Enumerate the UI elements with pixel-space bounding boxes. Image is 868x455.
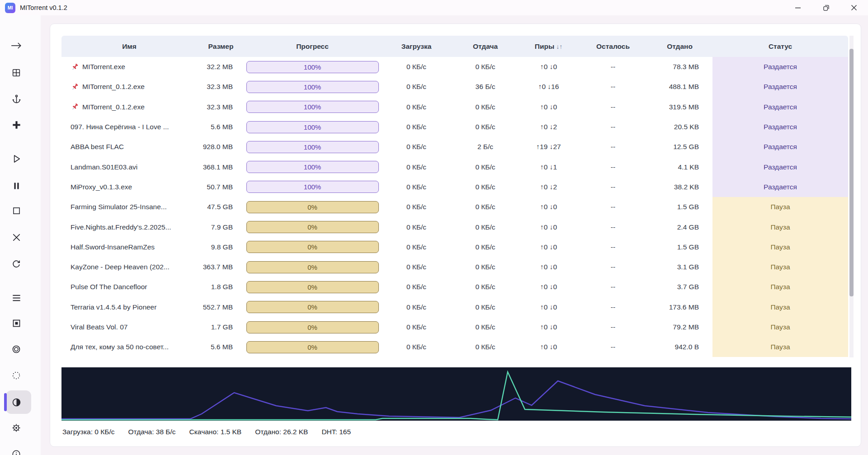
sort-arrows-icon: ↓↑ [556, 43, 562, 50]
table-row[interactable]: 097. Нина Серёгина - I Love ... 5.6 MB 1… [61, 117, 848, 137]
remaining-cell: -- [579, 83, 647, 91]
grid-icon[interactable] [7, 64, 25, 82]
scrollbar-thumb[interactable] [849, 49, 854, 296]
peers-cell: ↑0 ↓0 [518, 243, 579, 251]
column-header-remaining[interactable]: Осталось [579, 42, 647, 51]
torrent-name-cell: Terraria v1.4.5.4 by Pioneer [61, 303, 197, 311]
upload-speed-cell: 0 КБ/с [453, 223, 518, 231]
table-header: Имя Размер Прогресс Загрузка Отдача Пиры… [61, 36, 848, 57]
table-row[interactable]: Terraria v1.4.5.4 by Pioneer 552.7 MB 0%… [61, 297, 848, 317]
restore-button[interactable] [812, 0, 840, 15]
table-row[interactable]: Landman.S01E03.avi 368.1 MB 100% 0 КБ/с … [61, 157, 848, 177]
status-cell: Пауза [712, 197, 848, 217]
column-header-uploaded[interactable]: Отдано [647, 42, 712, 51]
table-row[interactable]: MiProxy_v0.1.3.exe 50.7 MB 100% 0 КБ/с 0… [61, 177, 848, 197]
download-speed-cell: 0 КБ/с [380, 343, 453, 351]
app-title: MITorrent v0.1.2 [20, 4, 67, 11]
remove-icon[interactable] [7, 228, 25, 246]
add-icon[interactable] [7, 116, 25, 134]
upload-speed-cell: 0 КБ/с [453, 183, 518, 191]
progress-label: 0% [307, 324, 317, 331]
uploaded-cell: 12.5 GB [647, 143, 712, 151]
progress-bar: 0% [246, 321, 379, 333]
upload-speed-cell: 0 КБ/с [453, 263, 518, 271]
uploaded-cell: 78.3 MB [647, 63, 712, 71]
stop-icon[interactable] [7, 202, 25, 220]
torrent-name-cell: Half.Sword-InsaneRamZes [61, 243, 197, 251]
status-cell: Пауза [712, 337, 848, 357]
remaining-cell: -- [579, 323, 647, 331]
uploaded-cell: 4.1 KB [647, 163, 712, 171]
table-row[interactable]: Pulse Of The Dancefloor 1.8 GB 0% 0 КБ/с… [61, 277, 848, 297]
refresh-icon[interactable] [7, 255, 25, 273]
status-cell: Пауза [712, 237, 848, 257]
pause-icon[interactable] [7, 177, 25, 195]
table-row[interactable]: MITorrent_0.1.2.exe 32.3 MB 100% 0 КБ/с … [61, 77, 848, 97]
progress-label: 0% [307, 343, 317, 351]
frame-icon[interactable] [7, 314, 25, 332]
column-header-size[interactable]: Размер [197, 42, 245, 51]
torrent-name-cell: ABBA best FLAC [61, 143, 197, 151]
anchor-icon[interactable] [7, 90, 25, 108]
column-header-name[interactable]: Имя [61, 42, 197, 51]
size-cell: 32.2 MB [197, 63, 245, 71]
uploaded-cell: 1.5 GB [647, 203, 712, 211]
active-item-accent-bar [4, 393, 7, 411]
statusbar-upload: Отдача: 38 Б/с [128, 428, 175, 436]
table-row[interactable]: KayZone - Deep Heaven (202... 363.7 MB 0… [61, 257, 848, 277]
torrent-name: Viral Beats Vol. 07 [71, 323, 127, 331]
menu-icon[interactable] [7, 289, 25, 307]
arrow-right-icon[interactable] [7, 37, 25, 55]
table-row[interactable]: Для тех, кому за 50 по-совет... 5.6 MB 0… [61, 337, 848, 357]
download-speed-cell: 0 КБ/с [380, 303, 453, 311]
uploaded-cell: 488.1 MB [647, 83, 712, 91]
remaining-cell: -- [579, 263, 647, 271]
torrent-name-cell: Five.Nights.at.Freddy's.2.2025... [61, 223, 197, 231]
torrent-name: MITorrent_0.1.2.exe [82, 83, 145, 91]
table-row[interactable]: Half.Sword-InsaneRamZes 9.8 GB 0% 0 КБ/с… [61, 237, 848, 257]
remaining-cell: -- [579, 223, 647, 231]
download-speed-cell: 0 КБ/с [380, 103, 453, 111]
table-row[interactable]: ABBA best FLAC 928.0 MB 100% 0 КБ/с 2 Б/… [61, 137, 848, 157]
status-badge: Пауза [770, 343, 790, 351]
status-badge: Раздается [764, 143, 797, 151]
size-cell: 50.7 MB [197, 183, 245, 191]
status-badge: Пауза [770, 263, 790, 271]
table-row[interactable]: Viral Beats Vol. 07 1.7 GB 0% 0 КБ/с 0 К… [61, 317, 848, 337]
table-row[interactable]: MITorrent.exe 32.2 MB 100% 0 КБ/с 0 КБ/с… [61, 57, 848, 77]
status-badge: Пауза [770, 223, 790, 231]
statusbar-dht: DHT: 165 [321, 428, 351, 436]
minimize-button[interactable] [784, 0, 812, 15]
statusbar-download: Загрузка: 0 КБ/с [62, 428, 114, 436]
table-row[interactable]: Five.Nights.at.Freddy's.2.2025... 7.9 GB… [61, 217, 848, 237]
status-cell: Пауза [712, 217, 848, 237]
target-icon[interactable] [7, 340, 25, 358]
progress-bar: 0% [246, 241, 379, 253]
remaining-cell: -- [579, 143, 647, 151]
theme-contrast-icon[interactable] [7, 393, 25, 411]
progress-label: 100% [304, 103, 321, 111]
table-row[interactable]: Farming Simulator 25-Insane... 47.5 GB 0… [61, 197, 848, 217]
progress-cell: 0% [245, 221, 380, 233]
progress-bar: 100% [246, 61, 379, 73]
settings-icon[interactable] [7, 419, 25, 437]
play-icon[interactable] [7, 150, 25, 168]
info-icon[interactable] [7, 445, 25, 455]
close-button[interactable] [840, 0, 868, 15]
torrent-name-cell: Для тех, кому за 50 по-совет... [61, 343, 197, 351]
statusbar-uploaded: Отдано: 26.2 KB [255, 428, 308, 436]
column-header-upload[interactable]: Отдача [453, 42, 518, 51]
size-cell: 928.0 MB [197, 143, 245, 151]
column-header-progress[interactable]: Прогресс [245, 42, 380, 51]
torrent-name: Landman.S01E03.avi [71, 163, 137, 171]
table-row[interactable]: MITorrent_0.1.2.exe 32.3 MB 100% 0 КБ/с … [61, 97, 848, 117]
dotted-circle-icon[interactable] [7, 366, 25, 385]
progress-bar: 0% [246, 201, 379, 213]
uploaded-cell: 1.5 GB [647, 243, 712, 251]
progress-label: 100% [304, 123, 321, 131]
column-header-download[interactable]: Загрузка [380, 42, 453, 51]
progress-bar: 0% [246, 281, 379, 293]
column-header-peers[interactable]: Пиры↓↑ [518, 42, 579, 51]
column-header-status[interactable]: Статус [712, 42, 848, 51]
peers-cell: ↑0 ↓0 [518, 103, 579, 111]
